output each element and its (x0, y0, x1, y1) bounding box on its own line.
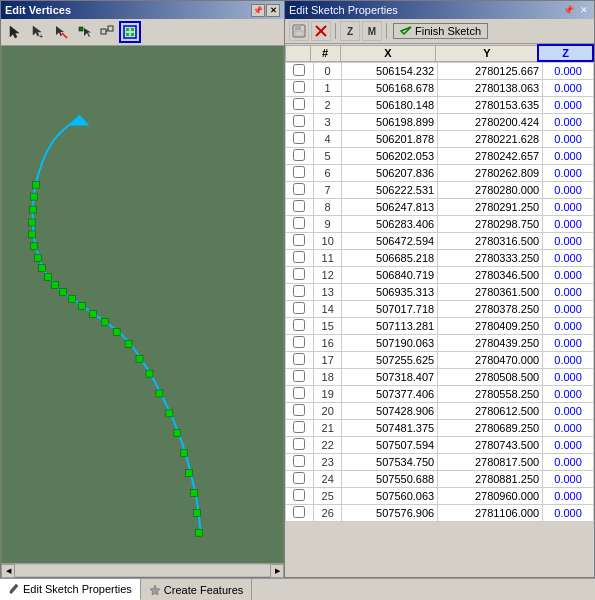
row-y[interactable]: 2780743.500 (438, 437, 543, 454)
row-checkbox[interactable] (293, 302, 305, 314)
table-row[interactable]: 8 506247.813 2780291.250 0.000 (286, 199, 594, 216)
save-sketch-button[interactable] (289, 21, 309, 41)
row-x[interactable]: 507560.063 (342, 488, 438, 505)
row-y[interactable]: 2780221.628 (438, 131, 543, 148)
table-row[interactable]: 22 507507.594 2780743.500 0.000 (286, 437, 594, 454)
row-checkbox-cell[interactable] (286, 284, 314, 301)
row-x[interactable]: 507507.594 (342, 437, 438, 454)
status-tab-edit-sketch[interactable]: Edit Sketch Properties (0, 579, 141, 600)
row-y[interactable]: 2780470.000 (438, 352, 543, 369)
scroll-right-arrow[interactable]: ▶ (270, 564, 284, 578)
row-x[interactable]: 506168.678 (342, 80, 438, 97)
row-x[interactable]: 506201.878 (342, 131, 438, 148)
title-close-button[interactable]: ✕ (578, 5, 590, 15)
row-checkbox[interactable] (293, 489, 305, 501)
row-y[interactable]: 2780378.250 (438, 301, 543, 318)
row-checkbox[interactable] (293, 115, 305, 127)
row-checkbox[interactable] (293, 217, 305, 229)
row-checkbox[interactable] (293, 404, 305, 416)
row-x[interactable]: 506198.899 (342, 114, 438, 131)
row-z[interactable]: 0.000 (543, 505, 594, 522)
row-x[interactable]: 506472.594 (342, 233, 438, 250)
row-y[interactable]: 2780333.250 (438, 250, 543, 267)
row-x[interactable]: 507534.750 (342, 454, 438, 471)
table-row[interactable]: 6 506207.836 2780262.809 0.000 (286, 165, 594, 182)
y-header[interactable]: Y (436, 45, 539, 61)
table-row[interactable]: 16 507190.063 2780439.250 0.000 (286, 335, 594, 352)
row-checkbox-cell[interactable] (286, 369, 314, 386)
table-row[interactable]: 3 506198.899 2780200.424 0.000 (286, 114, 594, 131)
row-checkbox-cell[interactable] (286, 63, 314, 80)
row-checkbox[interactable] (293, 268, 305, 280)
row-x[interactable]: 506222.531 (342, 182, 438, 199)
row-checkbox-cell[interactable] (286, 403, 314, 420)
row-x[interactable]: 506685.218 (342, 250, 438, 267)
row-x[interactable]: 507428.906 (342, 403, 438, 420)
row-z[interactable]: 0.000 (543, 131, 594, 148)
row-checkbox-cell[interactable] (286, 386, 314, 403)
row-x[interactable]: 507017.718 (342, 301, 438, 318)
row-checkbox-cell[interactable] (286, 97, 314, 114)
table-row[interactable]: 14 507017.718 2780378.250 0.000 (286, 301, 594, 318)
row-y[interactable]: 2780508.500 (438, 369, 543, 386)
pin-button[interactable]: 📌 (561, 5, 576, 15)
row-checkbox-cell[interactable] (286, 301, 314, 318)
table-row[interactable]: 1 506168.678 2780138.063 0.000 (286, 80, 594, 97)
row-checkbox-cell[interactable] (286, 216, 314, 233)
row-z[interactable]: 0.000 (543, 182, 594, 199)
row-checkbox-cell[interactable] (286, 352, 314, 369)
row-y[interactable]: 2780125.667 (438, 63, 543, 80)
reshape-button[interactable] (96, 21, 118, 43)
row-checkbox[interactable] (293, 200, 305, 212)
row-z[interactable]: 0.000 (543, 233, 594, 250)
row-checkbox-cell[interactable] (286, 80, 314, 97)
row-y[interactable]: 2780409.250 (438, 318, 543, 335)
row-x[interactable]: 506180.148 (342, 97, 438, 114)
row-checkbox-cell[interactable] (286, 114, 314, 131)
table-row[interactable]: 4 506201.878 2780221.628 0.000 (286, 131, 594, 148)
pointer-tool-button[interactable] (4, 21, 26, 43)
row-checkbox-cell[interactable] (286, 199, 314, 216)
row-x[interactable]: 506840.719 (342, 267, 438, 284)
row-z[interactable]: 0.000 (543, 386, 594, 403)
table-row[interactable]: 10 506472.594 2780316.500 0.000 (286, 233, 594, 250)
move-vertex-button[interactable] (73, 21, 95, 43)
panel-pin-button[interactable]: 📌 (251, 4, 265, 17)
row-checkbox-cell[interactable] (286, 454, 314, 471)
row-checkbox-cell[interactable] (286, 182, 314, 199)
row-checkbox-cell[interactable] (286, 250, 314, 267)
table-row[interactable]: 15 507113.281 2780409.250 0.000 (286, 318, 594, 335)
num-header[interactable]: # (310, 45, 340, 61)
table-row[interactable]: 2 506180.148 2780153.635 0.000 (286, 97, 594, 114)
row-x[interactable]: 507576.906 (342, 505, 438, 522)
row-y[interactable]: 2780817.500 (438, 454, 543, 471)
row-y[interactable]: 2780242.657 (438, 148, 543, 165)
add-vertex-button[interactable]: + (27, 21, 49, 43)
status-tab-create-features[interactable]: Create Features (141, 579, 252, 600)
table-row[interactable]: 26 507576.906 2781106.000 0.000 (286, 505, 594, 522)
finish-sketch-button[interactable]: Finish Sketch (393, 23, 488, 39)
row-z[interactable]: 0.000 (543, 471, 594, 488)
row-x[interactable]: 506935.313 (342, 284, 438, 301)
table-row[interactable]: 0 506154.232 2780125.667 0.000 (286, 63, 594, 80)
table-row[interactable]: 5 506202.053 2780242.657 0.000 (286, 148, 594, 165)
row-z[interactable]: 0.000 (543, 488, 594, 505)
row-y[interactable]: 2780262.809 (438, 165, 543, 182)
table-row[interactable]: 18 507318.407 2780508.500 0.000 (286, 369, 594, 386)
row-checkbox[interactable] (293, 166, 305, 178)
row-checkbox[interactable] (293, 455, 305, 467)
row-checkbox[interactable] (293, 234, 305, 246)
row-z[interactable]: 0.000 (543, 335, 594, 352)
row-x[interactable]: 507113.281 (342, 318, 438, 335)
row-x[interactable]: 507318.407 (342, 369, 438, 386)
row-checkbox-cell[interactable] (286, 420, 314, 437)
row-y[interactable]: 2780361.500 (438, 284, 543, 301)
row-y[interactable]: 2780298.750 (438, 216, 543, 233)
row-y[interactable]: 2781106.000 (438, 505, 543, 522)
row-x[interactable]: 507481.375 (342, 420, 438, 437)
row-checkbox-cell[interactable] (286, 131, 314, 148)
row-x[interactable]: 506154.232 (342, 63, 438, 80)
row-checkbox[interactable] (293, 387, 305, 399)
active-tool-button[interactable] (119, 21, 141, 43)
table-row[interactable]: 19 507377.406 2780558.250 0.000 (286, 386, 594, 403)
